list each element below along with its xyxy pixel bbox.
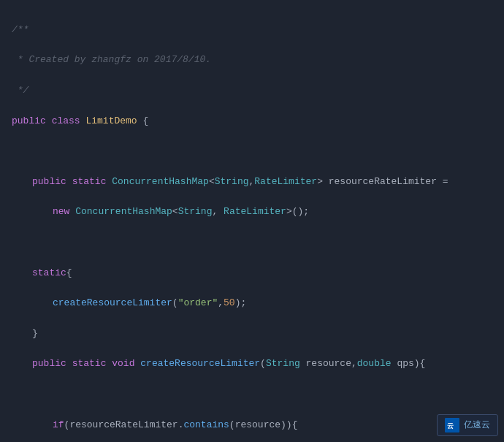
- svg-text:云: 云: [447, 422, 454, 430]
- blank-line-2: [12, 235, 492, 251]
- if-contains: if(resourceRateLimiter.contains(resource…: [12, 418, 492, 433]
- static-block-close: }: [12, 327, 492, 342]
- yisu-cloud-logo: 云: [445, 418, 459, 433]
- comment-line-3: */: [12, 83, 492, 99]
- blank-line-1: [12, 144, 492, 159]
- watermark-text: 亿速云: [464, 418, 490, 432]
- class-declaration: public class LimitDemo {: [12, 114, 492, 129]
- comment-line-2: * Created by zhangfz on 2017/8/10.: [12, 53, 492, 68]
- code-editor: /** * Created by zhangfz on 2017/8/10. *…: [0, 0, 504, 442]
- create-method-declaration: public static void createResourceLimiter…: [12, 357, 492, 372]
- watermark-badge: 云 亿速云: [437, 414, 498, 436]
- comment-line-1: /**: [12, 23, 492, 38]
- field-declaration: public static ConcurrentHashMap<String,R…: [12, 175, 492, 190]
- blank-line-3: [12, 387, 492, 403]
- static-block: static{: [12, 266, 492, 281]
- static-block-body: createResourceLimiter("order",50);: [12, 296, 492, 311]
- field-init: new ConcurrentHashMap<String, RateLimite…: [12, 205, 492, 220]
